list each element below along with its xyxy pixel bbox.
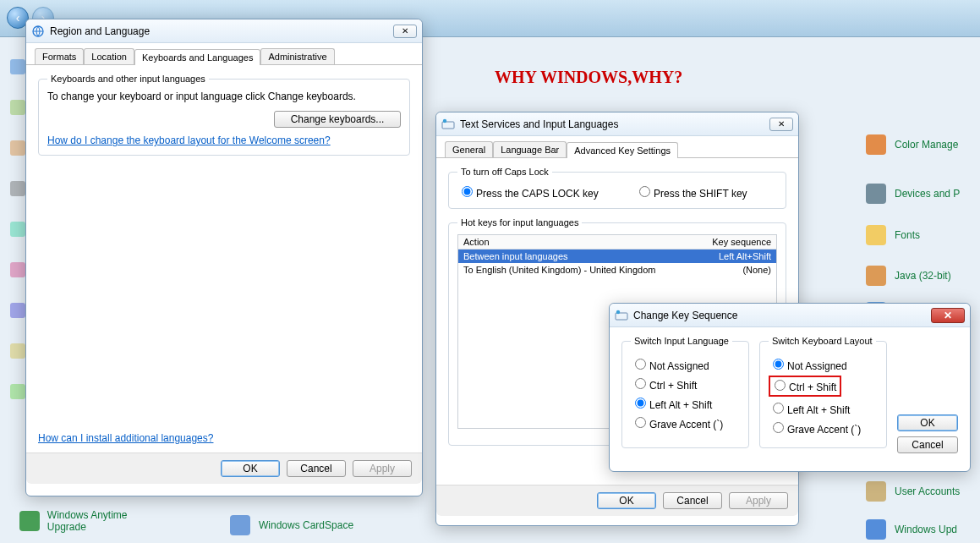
col-action: Action [463,237,695,247]
change-key-sequence-dialog: Change Key Sequence ✕ Switch Input Langu… [609,303,971,472]
control-panel-item[interactable]: User Accounts [862,478,980,505]
control-panel-item-label: User Accounts [895,485,960,497]
svg-rect-10 [442,122,454,129]
switch-input-language-group: Switch Input Language Not AssignedCtrl +… [621,336,749,448]
radio-not-assigned[interactable]: Not Assigned [769,356,878,372]
region-language-dialog: Region and Language ✕ FormatsLocationKey… [25,19,423,496]
control-panel-item-icon [862,222,890,249]
close-button[interactable]: ✕ [769,118,793,131]
keyboard-world-icon [441,118,455,131]
control-panel-item-icon [227,512,254,539]
sidebar-icons [10,59,25,399]
ok-button[interactable]: OK [221,460,280,477]
control-panel-item[interactable]: Windows Upd [862,516,980,543]
svg-point-13 [616,310,620,313]
apply-button[interactable]: Apply [353,460,412,477]
control-panel-item-label: Color Manage [895,139,958,151]
hotkey-row[interactable]: Between input languagesLeft Alt+Shift [458,250,776,263]
hotkey-row[interactable]: To English (United Kingdom) - United Kin… [458,263,776,277]
caps-lock-group: To turn off Caps Lock Press the CAPS LOC… [448,167,786,209]
svg-rect-2 [866,225,886,245]
svg-rect-0 [866,134,886,155]
install-languages-link[interactable]: How can I install additional languages? [38,432,213,444]
apply-button[interactable]: Apply [729,492,788,509]
control-panel-item-icon [862,516,890,543]
svg-rect-1 [866,184,886,204]
ok-button[interactable]: OK [897,414,958,431]
svg-rect-12 [616,313,627,320]
text-services-tabs: GeneralLanguage BarAdvanced Key Settings [436,136,798,158]
control-panel-item-label: Devices and P [895,188,960,200]
control-panel-item-label: Windows Upd [895,524,957,535]
control-panel-item-label: Fonts [895,229,920,241]
switch-keyboard-layout-group: Switch Keyboard Layout Not AssignedCtrl … [759,336,887,448]
radio-left-alt-shift[interactable]: Left Alt + Shift [769,400,878,416]
radio-ctrl-shift[interactable]: Ctrl + Shift [769,376,878,397]
radio-grave-accent-[interactable]: Grave Accent (`) [769,420,878,436]
tab-advanced-key-settings[interactable]: Advanced Key Settings [567,142,678,158]
cancel-button[interactable]: Cancel [897,436,958,453]
cancel-button[interactable]: Cancel [663,492,722,509]
control-panel-item-label: Windows CardSpace [259,519,353,531]
control-panel-item-icon [862,478,890,505]
group-legend: Keyboards and other input languages [47,74,209,84]
ok-button[interactable]: OK [597,492,656,509]
control-panel-item[interactable]: Color Manage [862,131,980,158]
shift-radio[interactable]: Press the SHIFT key [635,188,747,200]
tab-formats[interactable]: Formats [35,48,84,64]
tab-keyboards-and-languages[interactable]: Keyboards and Languages [134,49,261,65]
tab-language-bar[interactable]: Language Bar [493,141,567,157]
group-description: To change your keyboard or input languag… [47,90,401,102]
right-legend: Switch Keyboard Layout [769,336,876,346]
close-button[interactable]: ✕ [931,308,965,323]
col-sequence: Key sequence [695,237,771,247]
keyboards-input-group: Keyboards and other input languages To c… [38,74,410,156]
svg-rect-5 [866,481,886,502]
change-keyboards-button[interactable]: Change keyboards... [274,111,401,128]
radio-grave-accent-[interactable]: Grave Accent (`) [631,414,740,431]
control-panel-item-icon [17,507,42,535]
close-button[interactable]: ✕ [393,25,417,38]
control-panel-item[interactable]: Fonts [862,222,980,249]
control-panel-item-icon [862,180,890,207]
svg-point-11 [443,118,446,122]
control-panel-item-icon [862,262,890,289]
hotkeys-legend: Hot keys for input languages [457,217,582,228]
dialog-title: Change Key Sequence [633,310,931,321]
radio-ctrl-shift[interactable]: Ctrl + Shift [631,376,740,392]
control-panel-item-label: Windows Anytime Upgrade [47,509,161,533]
tab-administrative[interactable]: Administrative [260,48,334,64]
svg-rect-6 [866,519,886,540]
dialog-title: Text Services and Input Languages [460,118,769,130]
caps-legend: To turn off Caps Lock [457,167,552,177]
control-panel-item[interactable]: Windows CardSpace [227,512,370,539]
control-panel-item-icon [862,131,890,158]
radio-left-alt-shift[interactable]: Left Alt + Shift [631,395,740,411]
svg-rect-3 [866,266,886,286]
left-legend: Switch Input Language [631,336,732,346]
tab-general[interactable]: General [445,141,493,157]
caps-lock-radio[interactable]: Press the CAPS LOCK key [457,188,601,200]
welcome-screen-link[interactable]: How do I change the keyboard layout for … [47,134,331,146]
radio-not-assigned[interactable]: Not Assigned [631,356,740,372]
tab-location[interactable]: Location [84,48,134,64]
headline-text: WHY WINDOWS,WHY? [495,68,682,87]
dialog-title: Region and Language [50,25,393,37]
control-panel-item[interactable]: Windows Anytime Upgrade [17,507,161,535]
globe-icon [31,25,45,38]
control-panel-item-label: Java (32-bit) [895,270,951,282]
cancel-button[interactable]: Cancel [287,460,346,477]
svg-rect-8 [230,515,250,535]
svg-rect-7 [19,511,40,531]
control-panel-item[interactable]: Java (32-bit) [862,262,980,289]
keyboard-world-icon [615,309,628,322]
control-panel-item[interactable]: Devices and P [862,180,980,207]
region-tabs: FormatsLocationKeyboards and LanguagesAd… [26,43,422,65]
